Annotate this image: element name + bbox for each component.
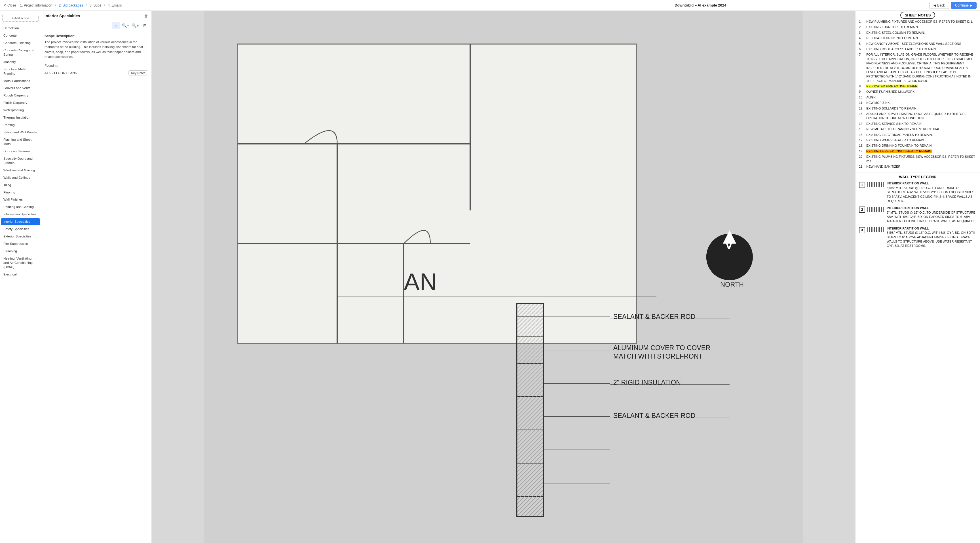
found-in-doc-0[interactable]: A1.0 - FLOOR PLANS xyxy=(45,71,77,75)
sidebar-item-6[interactable]: Metal Fabrications xyxy=(1,78,40,84)
drawing-svg: SEALANT & BACKER ROD ALUMINUM COVER TO C… xyxy=(152,11,855,543)
sidebar-item-10[interactable]: Waterproofing xyxy=(1,107,40,114)
sidebar-item-3[interactable]: Concrete Cutting and Boring xyxy=(1,47,40,58)
sidebar-item-24[interactable]: Interior Specialties xyxy=(1,218,40,225)
sidebar-item-19[interactable]: Tiling xyxy=(1,182,40,189)
layout-button[interactable]: ⊞ xyxy=(141,22,149,29)
note-item-19: 20.EXISTING PLUMBING FIXTURES. NEW ACCES… xyxy=(859,154,977,163)
tab-subs[interactable]: 3. Subs xyxy=(88,3,103,8)
nav-sep-1: / xyxy=(55,3,56,7)
note-item-9: 10.ALIGN. xyxy=(859,96,977,100)
note-num-11: 12. xyxy=(859,107,865,111)
sidebar-item-11[interactable]: Thermal Insulation xyxy=(1,114,40,121)
note-text-9: ALIGN. xyxy=(866,96,977,100)
sidebar-item-1[interactable]: Concrete xyxy=(1,32,40,39)
wall-desc-2: INTERIOR PARTITION WALL3 5/8" MTL. STUDS… xyxy=(887,226,977,248)
zoom-out-button[interactable]: 🔍− xyxy=(122,22,129,29)
close-button[interactable]: ✕ Close xyxy=(3,3,16,7)
note-item-0: 1.NEW PLUMBING FIXTURES AND ACCESSORIES.… xyxy=(859,19,977,24)
note-text-13: EXISTING SERVICE SINK TO REMAIN. xyxy=(866,122,977,126)
note-text-12: ADJUST AND REPAIR EXISTING DOOR AS REQUI… xyxy=(866,112,977,121)
note-item-20: 21.NEW HAND SANITIZER. xyxy=(859,164,977,169)
note-num-20: 21. xyxy=(859,164,865,169)
tab-project-info[interactable]: 1. Project information xyxy=(18,3,54,8)
close-label: Close xyxy=(7,3,16,7)
tab-emails[interactable]: 4. Emails xyxy=(106,3,123,8)
sidebar-item-27[interactable]: Fire Suppression xyxy=(1,240,40,247)
note-item-4: 5.NEW CANOPY ABOVE - SEE ELEVATIONS AND … xyxy=(859,42,977,46)
note-text-15: EXISTING ELECTRICAL PANELS TO REMAIN. xyxy=(866,133,977,137)
x-icon: ✕ xyxy=(3,3,6,7)
trash-icon[interactable]: 🗑 xyxy=(144,14,148,18)
note-num-16: 17. xyxy=(859,138,865,142)
note-num-1: 2. xyxy=(859,25,865,29)
note-text-8: OWNER FURNISHED MILLWORK. xyxy=(866,90,977,94)
wall-type-item-0: 1 INTERIOR PARTITION WALL3 5/8" MTL. STU… xyxy=(859,181,977,203)
sidebar-item-5[interactable]: Structural Metal Framing xyxy=(1,66,40,77)
wall-desc-0: INTERIOR PARTITION WALL3 5/8" MTL. STUDS… xyxy=(887,181,977,203)
svg-rect-15 xyxy=(517,304,543,516)
wall-type-item-1: 2 INTERIOR PARTITION WALL6" MTL. STUDS @… xyxy=(859,206,977,224)
sidebar-item-28[interactable]: Plumbing xyxy=(1,248,40,255)
wall-num-2: 3 xyxy=(859,227,865,233)
svg-text:AN: AN xyxy=(404,269,437,295)
note-item-15: 16.EXISTING ELECTRICAL PANELS TO REMAIN. xyxy=(859,133,977,137)
notes-panel: SHEET NOTES 1.NEW PLUMBING FIXTURES AND … xyxy=(855,11,980,543)
add-scope-button[interactable]: + Add scope xyxy=(2,15,38,22)
back-button[interactable]: ◀ Back xyxy=(929,2,949,9)
sidebar-item-16[interactable]: Specialty Doors and Frames xyxy=(1,155,40,167)
sidebar-item-17[interactable]: Windows and Glazing xyxy=(1,167,40,174)
middle-panel: Interior Specialties 🗑 ☞ 🔍− 🔍+ ⊞ Scope D… xyxy=(41,11,152,543)
middle-header: Interior Specialties 🗑 xyxy=(41,11,151,20)
sidebar-item-29[interactable]: Heating, Ventilating, and Air Conditioni… xyxy=(1,255,40,271)
sidebar-item-22[interactable]: Painting and Coating xyxy=(1,204,40,210)
tab-bid-packages[interactable]: 2. Bid packages xyxy=(57,3,84,8)
drawing-area[interactable]: SEALANT & BACKER ROD ALUMINUM COVER TO C… xyxy=(152,11,855,543)
sidebar-item-20[interactable]: Flooring xyxy=(1,189,40,196)
note-text-5: EXISTING ROOF ACCESS LADDER TO REMAIN. xyxy=(866,47,977,51)
sidebar-item-8[interactable]: Rough Carpentry xyxy=(1,92,40,99)
sidebar-item-14[interactable]: Flashing and Sheet Metal xyxy=(1,136,40,148)
main-area: + Add scope DemolitionConcreteConcrete F… xyxy=(0,11,980,543)
note-text-16: EXISTING WATER HEATER TO REMAIN. xyxy=(866,138,977,142)
note-text-14: NEW METAL STUD FRAMING - SEE STRUCTURAL. xyxy=(866,127,977,131)
sidebar-item-25[interactable]: Safety Specialties xyxy=(1,226,40,232)
note-text-2: EXISTING STEEL COLUMN TO REMAIN. xyxy=(866,31,977,35)
note-num-18: 19. xyxy=(859,149,865,153)
continue-button[interactable]: Continue ▶ xyxy=(951,2,977,9)
sidebar-item-12[interactable]: Roofing xyxy=(1,121,40,129)
sidebar-item-23[interactable]: Information Specialties xyxy=(1,211,40,218)
sidebar-item-2[interactable]: Concrete Finishing xyxy=(1,40,40,46)
hand-tool-button[interactable]: ☞ xyxy=(112,22,120,29)
sidebar-item-15[interactable]: Doors and Frames xyxy=(1,148,40,155)
wall-pattern-1 xyxy=(867,207,885,212)
back-arrow-icon: ◀ xyxy=(934,3,936,7)
svg-text:NORTH: NORTH xyxy=(720,281,744,288)
sidebar-items-list: DemolitionConcreteConcrete FinishingConc… xyxy=(0,25,41,278)
sidebar-item-7[interactable]: Louvers and Vents xyxy=(1,84,40,92)
wall-legend-title: WALL TYPE LEGEND xyxy=(859,175,977,179)
note-text-20: NEW HAND SANITIZER. xyxy=(866,164,977,169)
sidebar-item-9[interactable]: Finish Carpentry xyxy=(1,99,40,107)
nav-buttons: ◀ Back Continue ▶ xyxy=(929,2,977,9)
note-num-15: 16. xyxy=(859,133,865,137)
wall-num-1: 2 xyxy=(859,207,865,213)
sidebar-item-18[interactable]: Walls and Ceilings xyxy=(1,174,40,181)
note-text-17: EXISTING DRINKING FOUNTAIN TO REMAIN. xyxy=(866,143,977,148)
note-num-8: 9. xyxy=(859,90,865,94)
note-num-0: 1. xyxy=(859,19,865,24)
sidebar-item-26[interactable]: Exterior Specialties xyxy=(1,233,40,240)
note-item-16: 17.EXISTING WATER HEATER TO REMAIN. xyxy=(859,138,977,142)
sidebar-item-30[interactable]: Electrical xyxy=(1,271,40,278)
note-item-7: 8.RELOCATED FIRE EXTINGUISHER. xyxy=(859,84,977,89)
sidebar-item-21[interactable]: Wall Finishes xyxy=(1,196,40,203)
note-num-14: 15. xyxy=(859,127,865,131)
sidebar-item-0[interactable]: Demolition xyxy=(1,25,40,32)
sidebar-item-13[interactable]: Siding and Wall Panels xyxy=(1,129,40,136)
sidebar-item-4[interactable]: Masonry xyxy=(1,59,40,65)
scope-title: Interior Specialties xyxy=(45,14,80,18)
key-notes-button-0[interactable]: Key Notes xyxy=(129,70,148,75)
note-item-3: 4.RELOCATED DRINKING FOUNTAIN. xyxy=(859,36,977,40)
note-text-3: RELOCATED DRINKING FOUNTAIN. xyxy=(866,36,977,40)
zoom-in-button[interactable]: 🔍+ xyxy=(132,22,139,29)
